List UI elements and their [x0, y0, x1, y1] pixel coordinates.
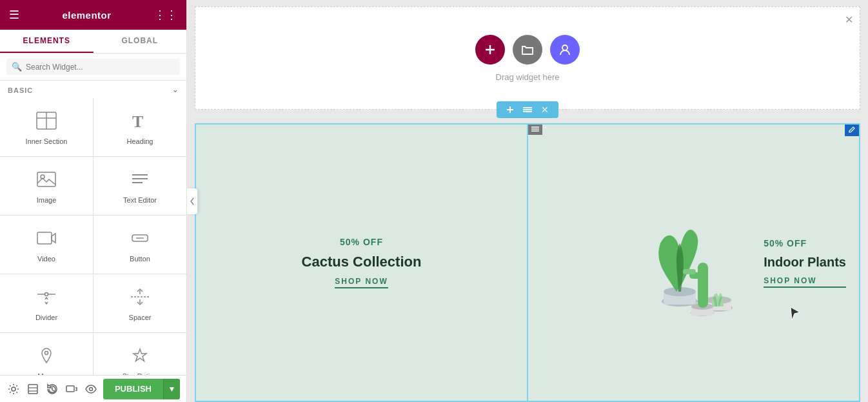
column-handle[interactable] — [528, 125, 542, 135]
add-template-folder-btn[interactable] — [513, 35, 542, 65]
preview-btn[interactable] — [84, 380, 98, 398]
svg-rect-21 — [66, 386, 74, 392]
divider-icon — [36, 288, 57, 308]
column-edit-btn[interactable] — [845, 125, 859, 136]
widget-maps[interactable]: Maps — [0, 333, 93, 375]
widget-text-editor-label: Text Editor — [123, 196, 157, 204]
svg-rect-9 — [37, 232, 52, 244]
section-move-btn[interactable] — [518, 101, 537, 118]
svg-rect-4 — [37, 172, 55, 186]
hamburger-icon[interactable]: ☰ — [9, 8, 19, 22]
svg-point-17 — [12, 387, 15, 391]
image-icon — [36, 170, 57, 191]
grid-icon[interactable]: ⋮⋮ — [154, 8, 177, 22]
search-wrapper: 🔍 — [0, 54, 186, 81]
widget-star-rating[interactable]: Star Rating — [94, 333, 186, 375]
widget-spacer[interactable]: Spacer — [94, 274, 186, 332]
bottom-toolbar: PUBLISH ▼ — [0, 375, 186, 402]
star-rating-icon — [130, 347, 150, 367]
canvas-area: ✕ Drag widget here — [187, 0, 868, 402]
widget-divider[interactable]: Divider — [0, 274, 93, 332]
banner-right-cta[interactable]: SHOP NOW — [764, 276, 846, 288]
svg-rect-18 — [28, 385, 37, 394]
section-toolbar-wrap: ✕ — [187, 101, 868, 118]
widget-image[interactable]: Image — [0, 157, 93, 215]
canvas-content: ✕ Drag widget here — [187, 0, 868, 402]
search-input[interactable] — [26, 63, 175, 72]
banner-right-title: Indoor Plants — [764, 255, 846, 270]
heading-icon: T — [130, 112, 150, 132]
widget-divider-label: Divider — [35, 314, 57, 321]
search-input-wrap: 🔍 — [6, 59, 180, 75]
publish-main-btn[interactable]: PUBLISH — [103, 379, 163, 399]
widget-heading[interactable]: T Heading — [94, 98, 186, 156]
widget-text-editor[interactable]: Text Editor — [94, 157, 186, 215]
add-template-btn[interactable] — [550, 35, 580, 65]
settings-btn[interactable] — [6, 380, 21, 398]
search-icon: 🔍 — [12, 62, 22, 72]
video-icon — [36, 229, 57, 250]
text-editor-icon — [130, 170, 150, 191]
banner-left: 50% OFF Cactus Collection SHOP NOW — [196, 125, 527, 401]
spacer-icon — [130, 288, 150, 308]
drop-zone-close-btn[interactable]: ✕ — [845, 14, 853, 26]
section-label[interactable]: BASIC ⌄ — [0, 81, 186, 98]
widget-button-label: Button — [130, 255, 150, 263]
plant-image — [641, 198, 757, 327]
drop-zone-text: Drag widget here — [496, 72, 560, 82]
banner-left-title: Cactus Collection — [302, 254, 422, 270]
button-icon — [130, 229, 150, 250]
svg-point-14 — [45, 293, 48, 296]
svg-rect-43 — [698, 263, 708, 308]
panel-tabs: ELEMENTS GLOBAL — [0, 30, 186, 54]
banner-right: 50% OFF Indoor Plants SHOP NOW — [527, 125, 859, 401]
cursor-icon — [789, 306, 801, 323]
widget-inner-section-label: Inner Section — [26, 137, 68, 145]
section-close-btn[interactable]: ✕ — [537, 101, 553, 118]
widget-video-label: Video — [37, 255, 55, 263]
widget-heading-label: Heading — [127, 137, 153, 145]
collapse-icon: ⌄ — [172, 86, 179, 94]
collapse-handle[interactable] — [187, 188, 197, 214]
add-buttons — [475, 35, 580, 65]
banner-right-text: 50% OFF Indoor Plants SHOP NOW — [764, 238, 846, 288]
section-add-btn[interactable] — [502, 101, 518, 118]
responsive-btn[interactable] — [64, 380, 79, 398]
widget-video[interactable]: Video — [0, 216, 93, 274]
widget-image-label: Image — [37, 196, 57, 204]
drop-zone: ✕ Drag widget here — [195, 6, 860, 110]
banner-right-discount: 50% OFF — [764, 238, 846, 248]
add-section-btn[interactable] — [475, 35, 505, 65]
widget-spacer-label: Spacer — [129, 314, 152, 321]
banner-left-cta[interactable]: SHOP NOW — [335, 277, 388, 288]
banner-left-discount: 50% OFF — [340, 237, 383, 247]
inner-section-icon — [36, 112, 57, 132]
svg-rect-45 — [683, 269, 696, 274]
publish-btn: PUBLISH ▼ — [103, 379, 180, 399]
svg-text:T: T — [132, 112, 143, 130]
section-toolbar: ✕ — [497, 101, 558, 118]
banners-row: 50% OFF Cactus Collection SHOP NOW — [195, 123, 860, 402]
svg-point-22 — [89, 387, 92, 390]
svg-point-16 — [45, 352, 48, 355]
layers-btn[interactable] — [26, 380, 40, 398]
publish-dropdown-btn[interactable]: ▼ — [163, 379, 180, 399]
tab-elements[interactable]: ELEMENTS — [0, 30, 94, 53]
history-btn[interactable] — [45, 380, 59, 398]
widgets-grid: Inner Section T Heading Image Text Edito… — [0, 98, 186, 375]
panel-header: ☰ elementor ⋮⋮ — [0, 0, 186, 30]
svg-point-25 — [562, 45, 567, 50]
tab-global[interactable]: GLOBAL — [94, 30, 187, 53]
app-title: elementor — [62, 10, 111, 21]
left-panel: ☰ elementor ⋮⋮ ELEMENTS GLOBAL 🔍 BASIC ⌄… — [0, 0, 187, 402]
maps-icon — [36, 347, 57, 367]
widget-inner-section[interactable]: Inner Section — [0, 98, 93, 156]
widget-button[interactable]: Button — [94, 216, 186, 274]
